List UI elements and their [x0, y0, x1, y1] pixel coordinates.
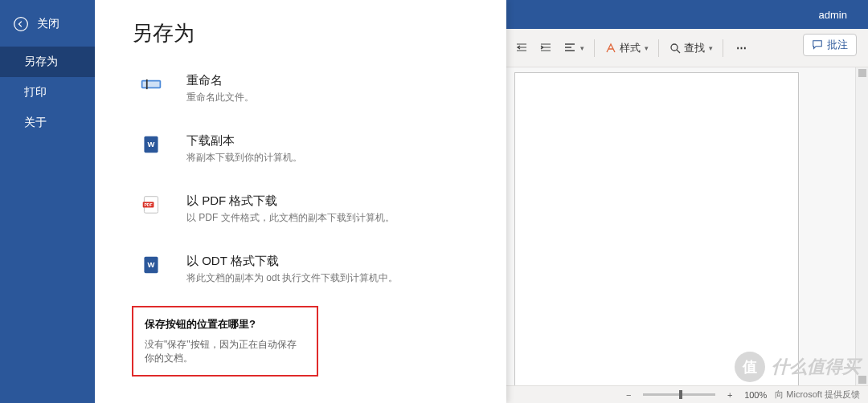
find-button[interactable]: 查找 ▾: [664, 38, 718, 59]
svg-rect-3: [143, 82, 160, 88]
separator: [594, 39, 595, 57]
svg-rect-4: [146, 79, 148, 89]
option-desc: 重命名此文件。: [186, 91, 254, 104]
svg-text:W: W: [148, 260, 155, 269]
note-question: 保存按钮的位置在哪里?: [145, 317, 305, 332]
note-answer: 没有"保存"按钮，因为正在自动保存你的文档。: [145, 338, 305, 365]
word-file-icon: W: [140, 135, 162, 154]
option-download-copy[interactable]: W 下载副本 将副本下载到你的计算机。: [132, 125, 469, 173]
option-desc: 将此文档的副本为 odt 执行文件下载到计算机中。: [186, 271, 398, 285]
comments-button[interactable]: 批注: [803, 34, 857, 56]
option-desc: 以 PDF 文件格式，此文档的副本下载到计算机。: [186, 211, 395, 225]
comments-label: 批注: [827, 38, 848, 52]
separator: [658, 39, 659, 57]
zoom-level-label[interactable]: 100%: [744, 390, 767, 400]
zoom-out-button[interactable]: −: [622, 390, 635, 400]
back-button[interactable]: 关闭: [0, 8, 95, 47]
svg-point-1: [14, 18, 28, 31]
chevron-down-icon: ▾: [580, 44, 584, 52]
backstage-nav: 关闭 另存为 打印 关于: [0, 0, 95, 403]
document-page[interactable]: [514, 72, 799, 385]
styles-label: 样式: [620, 41, 641, 55]
nav-item-print[interactable]: 打印: [0, 77, 95, 108]
option-download-pdf[interactable]: PDF 以 PDF 格式下载 以 PDF 文件格式，此文档的副本下载到计算机。: [132, 185, 469, 233]
option-title: 以 PDF 格式下载: [186, 193, 395, 209]
indent-increase-button[interactable]: [534, 39, 557, 58]
back-arrow-icon: [13, 16, 29, 32]
nav-item-save-as[interactable]: 另存为: [0, 47, 95, 77]
more-options-button[interactable]: ⋯: [728, 39, 755, 57]
option-download-odt[interactable]: W 以 ODT 格式下载 将此文档的副本为 odt 执行文件下载到计算机中。: [132, 246, 469, 293]
option-desc: 将副本下载到你的计算机。: [186, 151, 302, 165]
close-label: 关闭: [37, 17, 59, 31]
backstage-content: 另存为 重命名 重命名此文件。 W 下载副本 将副本下载到你的计算机。 PDF …: [95, 0, 506, 403]
separator: [723, 39, 723, 57]
chevron-down-icon: ▾: [645, 44, 649, 52]
styles-button[interactable]: 样式 ▾: [600, 38, 653, 59]
backstage-panel: 关闭 另存为 打印 关于 另存为 重命名 重命名此文件。 W 下载副本 将副本下…: [0, 0, 506, 403]
nav-item-label: 另存为: [24, 55, 58, 67]
option-title: 以 ODT 格式下载: [186, 254, 398, 269]
nav-item-label: 打印: [24, 85, 47, 98]
current-user-label[interactable]: admin: [819, 9, 847, 21]
svg-text:W: W: [148, 140, 155, 149]
vertical-scrollbar[interactable]: [855, 67, 868, 385]
nav-item-about[interactable]: 关于: [0, 108, 95, 138]
zoom-slider[interactable]: [643, 393, 715, 396]
feedback-link[interactable]: 向 Microsoft 提供反馈: [775, 389, 860, 401]
option-rename[interactable]: 重命名 重命名此文件。: [132, 65, 469, 112]
option-title: 重命名: [186, 73, 254, 88]
svg-text:PDF: PDF: [144, 202, 152, 207]
svg-point-0: [671, 44, 678, 51]
chevron-down-icon: ▾: [709, 44, 713, 52]
indent-decrease-button[interactable]: [510, 39, 533, 58]
rename-icon: [140, 75, 162, 94]
autosave-note: 保存按钮的位置在哪里? 没有"保存"按钮，因为正在自动保存你的文档。: [132, 306, 318, 377]
zoom-in-button[interactable]: +: [723, 390, 736, 400]
nav-item-label: 关于: [24, 116, 47, 128]
pdf-file-icon: PDF: [140, 195, 162, 214]
page-title: 另存为: [132, 19, 469, 47]
find-label: 查找: [684, 41, 705, 55]
option-title: 下载副本: [186, 133, 302, 149]
align-button[interactable]: ▾: [559, 39, 589, 58]
word-file-icon: W: [140, 255, 162, 275]
